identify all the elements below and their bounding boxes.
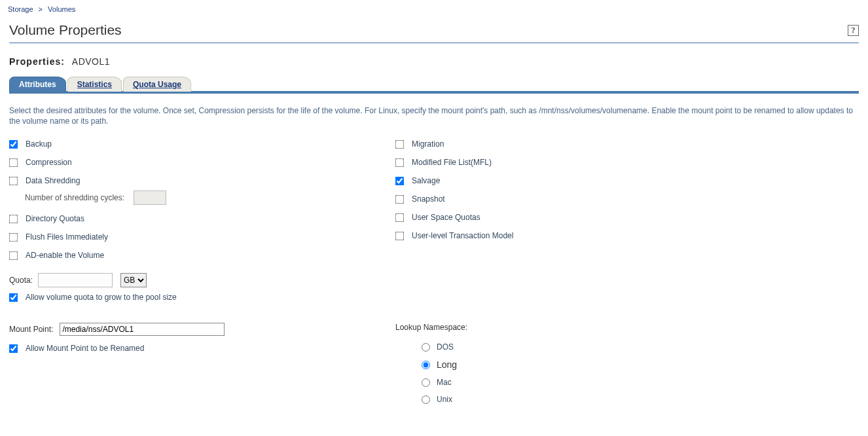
properties-line: Properties: ADVOL1 xyxy=(0,43,868,76)
label-compression: Compression xyxy=(26,158,72,167)
label-allow-rename: Allow Mount Point to be Renamed xyxy=(26,344,144,353)
checkbox-user-txn-model[interactable] xyxy=(395,232,405,241)
label-ad-enable: AD-enable the Volume xyxy=(26,251,104,260)
attribute-columns: Backup Compression Data Shredding Number… xyxy=(0,133,868,269)
label-allow-grow: Allow volume quota to grow to the pool s… xyxy=(26,293,177,302)
tab-row: Attributes Statistics Quota Usage xyxy=(0,76,868,91)
label-user-txn-model: User-level Transaction Model xyxy=(412,231,513,240)
select-quota-unit[interactable]: GB xyxy=(120,273,147,287)
label-lookup-namespace: Lookup Namespace: xyxy=(395,323,859,332)
label-migration: Migration xyxy=(412,139,444,149)
radio-ns-unix[interactable] xyxy=(422,395,430,404)
input-mount-point[interactable] xyxy=(60,323,225,336)
label-quota: Quota: xyxy=(9,276,33,285)
checkbox-allow-rename[interactable] xyxy=(9,344,18,354)
label-backup: Backup xyxy=(26,139,52,149)
label-ns-long: Long xyxy=(437,359,457,370)
input-quota[interactable] xyxy=(38,273,113,287)
breadcrumb-storage[interactable]: Storage xyxy=(8,5,33,13)
checkbox-flush-files[interactable] xyxy=(9,233,18,242)
checkbox-salvage[interactable] xyxy=(395,177,405,186)
checkbox-backup[interactable] xyxy=(9,140,18,149)
properties-value: ADVOL1 xyxy=(72,56,110,67)
checkbox-ad-enable[interactable] xyxy=(9,251,18,261)
checkbox-snapshot[interactable] xyxy=(395,195,405,204)
tab-statistics[interactable]: Statistics xyxy=(67,77,122,92)
breadcrumb: Storage > Volumes xyxy=(0,0,868,17)
label-ns-unix: Unix xyxy=(437,395,452,404)
label-user-space-quotas: User Space Quotas xyxy=(412,213,480,222)
radio-ns-mac[interactable] xyxy=(422,378,430,387)
label-flush-files: Flush Files Immediately xyxy=(26,232,108,242)
label-ns-mac: Mac xyxy=(437,378,452,387)
checkbox-directory-quotas[interactable] xyxy=(9,215,18,224)
instructions-text: Select the desired attributes for the vo… xyxy=(0,94,868,133)
tab-quota-usage[interactable]: Quota Usage xyxy=(123,77,191,92)
label-mfl: Modified File List(MFL) xyxy=(412,158,492,167)
label-directory-quotas: Directory Quotas xyxy=(26,214,84,223)
tab-attributes[interactable]: Attributes xyxy=(9,77,66,92)
label-data-shredding: Data Shredding xyxy=(26,176,80,185)
mount-namespace-section: Mount Point: Allow Mount Point to be Ren… xyxy=(0,311,868,412)
checkbox-mfl[interactable] xyxy=(395,158,405,168)
quota-section: Quota: GB Allow volume quota to grow to … xyxy=(0,269,868,302)
page-title: Volume Properties xyxy=(9,22,122,38)
label-salvage: Salvage xyxy=(412,176,440,185)
label-snapshot: Snapshot xyxy=(412,194,445,204)
label-mount-point: Mount Point: xyxy=(9,325,53,334)
help-icon[interactable]: ? xyxy=(848,25,859,36)
properties-label: Properties: xyxy=(9,56,65,67)
checkbox-user-space-quotas[interactable] xyxy=(395,213,405,223)
checkbox-compression[interactable] xyxy=(9,158,18,168)
lookup-namespace-block: Lookup Namespace: DOS Long Mac Unix xyxy=(389,323,859,412)
breadcrumb-sep: > xyxy=(39,5,43,13)
mount-point-block: Mount Point: Allow Mount Point to be Ren… xyxy=(9,323,389,412)
page-title-row: Volume Properties ? xyxy=(0,17,868,41)
checkbox-migration[interactable] xyxy=(395,140,405,149)
label-ns-dos: DOS xyxy=(437,342,454,352)
attributes-col-left: Backup Compression Data Shredding Number… xyxy=(9,139,395,269)
checkbox-allow-grow[interactable] xyxy=(9,293,18,302)
input-shredding-cycles[interactable] xyxy=(134,191,166,205)
label-shredding-cycles: Number of shredding cycles: xyxy=(25,193,124,202)
attributes-col-right: Migration Modified File List(MFL) Salvag… xyxy=(395,139,859,269)
checkbox-data-shredding[interactable] xyxy=(9,177,18,186)
radio-ns-long[interactable] xyxy=(422,361,430,369)
shredding-cycles-row: Number of shredding cycles: xyxy=(25,191,395,205)
breadcrumb-volumes[interactable]: Volumes xyxy=(48,5,75,13)
radio-ns-dos[interactable] xyxy=(422,343,430,352)
